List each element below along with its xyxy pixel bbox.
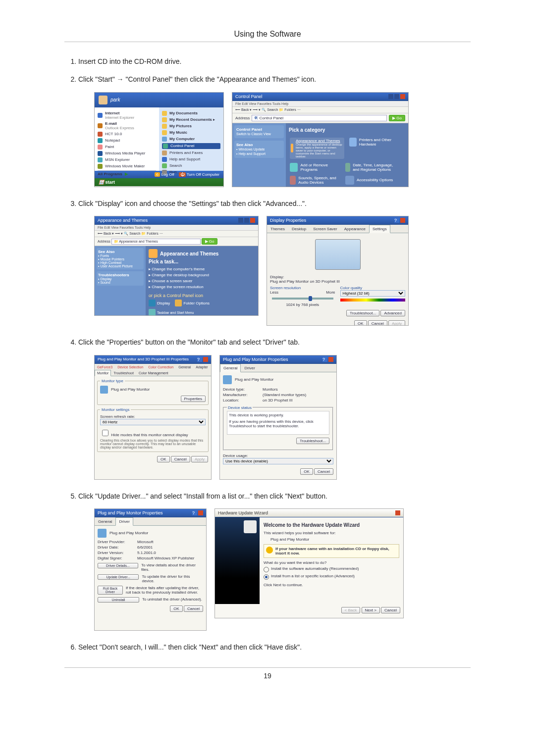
- properties-btn[interactable]: Properties: [181, 396, 206, 402]
- back-btn[interactable]: < Back: [341, 607, 361, 613]
- sm-item-movie[interactable]: Windows Movie Maker: [105, 164, 145, 168]
- rollback-driver-btn[interactable]: Roll Back Driver: [98, 586, 123, 595]
- tab-driver[interactable]: Driver: [241, 364, 258, 372]
- cp-addr[interactable]: Control Panel: [260, 116, 283, 120]
- tab-devsel[interactable]: Device Selection: [115, 364, 146, 370]
- close-icon[interactable]: [395, 510, 400, 515]
- ok-btn[interactable]: OK: [157, 456, 170, 462]
- cancel-btn[interactable]: Cancel: [368, 320, 387, 326]
- sm-mymusic[interactable]: My Music: [169, 130, 187, 135]
- cat-sounds[interactable]: Sounds, Speech, and Audio Devices: [298, 176, 342, 185]
- display-icon[interactable]: [149, 300, 156, 306]
- cat-printers[interactable]: Printers and Other Hardware: [359, 138, 402, 147]
- at-task-bg[interactable]: Change the desktop background: [152, 273, 209, 277]
- ok-btn[interactable]: OK: [354, 320, 367, 326]
- tab-geforce[interactable]: GeForce3: [95, 364, 115, 370]
- min-icon[interactable]: [238, 218, 243, 223]
- folder-options-icon[interactable]: [175, 300, 182, 306]
- at-task-res[interactable]: Change the screen resolution: [152, 285, 204, 289]
- tab-general[interactable]: General: [220, 364, 241, 372]
- sm-recent[interactable]: My Recent Documents: [169, 117, 212, 122]
- at-display[interactable]: Display: [157, 301, 170, 305]
- update-driver-btn[interactable]: Update Driver...: [98, 574, 139, 580]
- ok-btn[interactable]: OK: [300, 468, 313, 475]
- tab-desktop[interactable]: Desktop: [288, 225, 310, 233]
- sm-item-paint[interactable]: Paint: [105, 145, 114, 149]
- max-icon[interactable]: [394, 94, 399, 99]
- close-icon[interactable]: [250, 218, 255, 223]
- tab-adapter[interactable]: Adapter: [193, 364, 211, 370]
- sm-mypics[interactable]: My Pictures: [169, 124, 192, 128]
- cancel-btn[interactable]: Cancel: [381, 607, 400, 613]
- cat-access[interactable]: Accessibility Options: [357, 178, 393, 182]
- sm-item-hct[interactable]: HCT 10.0: [105, 132, 122, 136]
- sm-item-wmp[interactable]: Windows Media Player: [105, 151, 145, 155]
- radio-auto[interactable]: [264, 567, 269, 572]
- tab-driver[interactable]: Driver: [115, 517, 133, 526]
- radio-list[interactable]: [264, 574, 269, 580]
- ok-btn[interactable]: OK: [170, 605, 183, 612]
- tab-general[interactable]: General: [95, 517, 115, 525]
- close-icon[interactable]: [198, 510, 203, 515]
- sm-printers[interactable]: Printers and Faxes: [169, 151, 203, 155]
- sm-item-notepad[interactable]: Notepad: [105, 138, 120, 143]
- sm-control-panel[interactable]: Control Panel: [170, 144, 194, 148]
- at-task-theme[interactable]: Change the computer's theme: [152, 267, 205, 271]
- help-icon[interactable]: ?: [192, 510, 197, 515]
- min-icon[interactable]: [388, 94, 393, 99]
- appearance-themes-link[interactable]: Appearance and Themes: [296, 139, 340, 143]
- sm-search[interactable]: Search: [169, 163, 182, 168]
- cancel-btn[interactable]: Cancel: [184, 605, 203, 612]
- sm-item-msn[interactable]: MSN Explorer: [105, 157, 130, 162]
- tab-troubleshoot[interactable]: Troubleshoot: [111, 370, 136, 376]
- at-folder[interactable]: Folder Options: [183, 301, 209, 305]
- refresh-select[interactable]: 60 Hertz: [100, 419, 206, 425]
- sm-all-programs[interactable]: All Programs: [98, 172, 122, 176]
- sm-mydocs[interactable]: My Documents: [169, 111, 198, 115]
- cancel-btn[interactable]: Cancel: [171, 456, 190, 462]
- driver-details-btn[interactable]: Driver Details...: [98, 563, 138, 568]
- cp-classic-view[interactable]: Switch to Classic View: [236, 132, 271, 136]
- logoff-icon[interactable]: ⎋: [155, 172, 160, 177]
- sm-logoff[interactable]: Log Off: [161, 172, 174, 177]
- apply-btn[interactable]: Apply: [388, 320, 405, 326]
- close-icon[interactable]: [400, 94, 405, 99]
- color-quality-select[interactable]: Highest (32 bit): [340, 290, 406, 297]
- tab-general[interactable]: General: [176, 364, 193, 370]
- close-icon[interactable]: [328, 357, 333, 362]
- tab-monitor[interactable]: Monitor: [95, 370, 111, 376]
- close-icon[interactable]: [400, 218, 405, 223]
- advanced-btn[interactable]: Advanced: [380, 310, 405, 316]
- tab-colormgmt[interactable]: Color Management: [136, 370, 171, 376]
- power-icon[interactable]: ⏻: [179, 172, 186, 177]
- wiz-opt1[interactable]: Install the software automatically (Reco…: [271, 566, 359, 571]
- start-button[interactable]: start: [106, 180, 115, 185]
- cancel-btn[interactable]: Cancel: [314, 468, 333, 475]
- help-icon[interactable]: ?: [197, 357, 202, 362]
- sm-help[interactable]: Help and Support: [169, 157, 200, 161]
- sm-item-email[interactable]: E-mail: [105, 121, 117, 126]
- tab-themes[interactable]: Themes: [267, 225, 288, 233]
- cat-addremove[interactable]: Add or Remove Programs: [300, 163, 342, 172]
- sm-mycomp[interactable]: My Computer: [169, 137, 195, 141]
- resolution-slider[interactable]: [272, 298, 333, 300]
- go-btn[interactable]: ▶ Go: [389, 115, 405, 121]
- wiz-opt2[interactable]: Install from a list or specific location…: [271, 574, 355, 578]
- apply-btn[interactable]: Apply: [191, 456, 208, 462]
- help-icon[interactable]: ?: [394, 218, 399, 223]
- appearance-themes-icon[interactable]: [291, 144, 293, 152]
- next-btn[interactable]: Next >: [362, 607, 380, 613]
- at-task-saver[interactable]: Choose a screen saver: [152, 279, 192, 283]
- tab-saver[interactable]: Screen Saver: [310, 225, 340, 233]
- sm-turnoff[interactable]: Turn Off Computer: [187, 172, 219, 177]
- cat-datetime[interactable]: Date, Time, Language, and Regional Optio…: [353, 163, 398, 172]
- close-icon[interactable]: [203, 357, 208, 362]
- tab-appearance[interactable]: Appearance: [341, 225, 369, 233]
- troubleshoot-btn[interactable]: Troubleshoot...: [296, 438, 329, 444]
- tab-colorcorr[interactable]: Color Correction: [146, 364, 176, 370]
- tab-settings[interactable]: Settings: [369, 225, 390, 233]
- troubleshoot-btn[interactable]: Troubleshoot...: [346, 310, 379, 316]
- help-icon[interactable]: ?: [322, 357, 327, 362]
- taskbar-icon[interactable]: [149, 309, 156, 316]
- hide-modes-check[interactable]: [102, 430, 108, 436]
